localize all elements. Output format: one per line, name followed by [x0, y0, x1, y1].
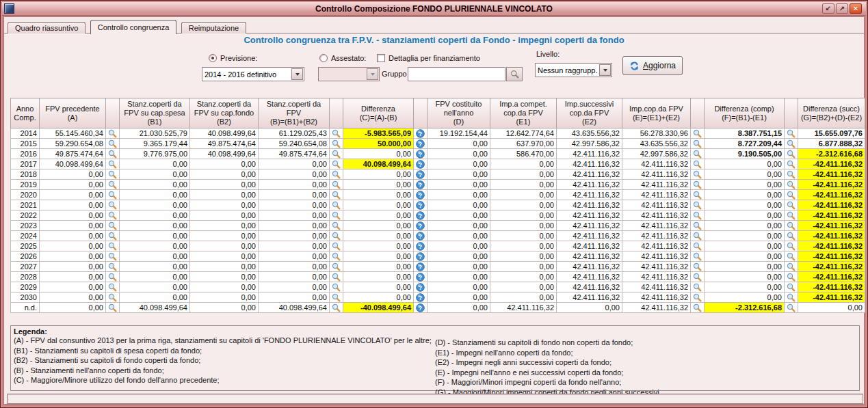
help-cell[interactable]: ?: [414, 149, 428, 159]
help-cell[interactable]: ?: [414, 169, 428, 180]
magnifier-cell[interactable]: [785, 231, 798, 241]
title-bar[interactable]: Controllo Composizione FONDO PLURIENNALE…: [2, 2, 866, 16]
magnifier-cell[interactable]: [106, 241, 120, 251]
magnifier-cell[interactable]: [106, 231, 120, 241]
assestato-select[interactable]: [318, 67, 380, 81]
help-cell[interactable]: ?: [414, 128, 428, 139]
livello-select[interactable]: Nessun raggrupp.: [535, 63, 612, 77]
help-cell[interactable]: ?: [414, 282, 428, 293]
restore-down-button[interactable]: ↙: [822, 3, 834, 14]
magnifier-cell[interactable]: [691, 221, 705, 231]
checkbox-icon[interactable]: [377, 54, 385, 62]
magnifier-cell[interactable]: [691, 149, 705, 159]
magnifier-cell[interactable]: [330, 231, 343, 241]
magnifier-cell[interactable]: [691, 293, 705, 303]
help-cell[interactable]: ?: [414, 210, 428, 221]
magnifier-cell[interactable]: [106, 251, 120, 262]
magnifier-cell[interactable]: [106, 190, 120, 200]
magnifier-cell[interactable]: [691, 262, 705, 272]
dettaglia-checkbox[interactable]: Dettaglia per finanziamento: [377, 54, 480, 62]
magnifier-cell[interactable]: [106, 282, 120, 293]
magnifier-cell[interactable]: [106, 262, 120, 272]
help-cell[interactable]: ?: [414, 272, 428, 282]
magnifier-cell[interactable]: [106, 139, 120, 149]
magnifier-cell[interactable]: [785, 169, 798, 180]
magnifier-cell[interactable]: [691, 159, 705, 169]
radio-checked-icon[interactable]: [209, 54, 217, 62]
magnifier-cell[interactable]: [785, 303, 798, 313]
magnifier-cell[interactable]: [785, 221, 798, 231]
magnifier-cell[interactable]: [330, 293, 343, 303]
magnifier-cell[interactable]: [785, 262, 798, 272]
magnifier-cell[interactable]: [785, 159, 798, 169]
magnifier-cell[interactable]: [330, 241, 343, 251]
magnifier-cell[interactable]: [785, 149, 798, 159]
previsione-radio[interactable]: Previsione:: [209, 54, 257, 62]
gruppo-input[interactable]: [408, 67, 505, 81]
magnifier-cell[interactable]: [330, 128, 343, 139]
chevron-down-icon[interactable]: [367, 68, 378, 80]
magnifier-cell[interactable]: [106, 200, 120, 210]
help-cell[interactable]: ?: [414, 241, 428, 251]
help-cell[interactable]: ?: [414, 262, 428, 272]
magnifier-cell[interactable]: [691, 200, 705, 210]
magnifier-cell[interactable]: [330, 159, 343, 169]
magnifier-cell[interactable]: [785, 241, 798, 251]
magnifier-cell[interactable]: [106, 149, 120, 159]
chevron-down-icon[interactable]: [291, 68, 303, 80]
magnifier-cell[interactable]: [106, 180, 120, 190]
magnifier-cell[interactable]: [330, 200, 343, 210]
close-button[interactable]: ✕: [850, 3, 862, 14]
magnifier-cell[interactable]: [106, 169, 120, 180]
magnifier-cell[interactable]: [691, 251, 705, 262]
magnifier-cell[interactable]: [785, 272, 798, 282]
help-cell[interactable]: ?: [414, 231, 428, 241]
magnifier-cell[interactable]: [785, 180, 798, 190]
gruppo-search-button[interactable]: [506, 67, 523, 81]
help-cell[interactable]: ?: [414, 200, 428, 210]
magnifier-cell[interactable]: [691, 128, 705, 139]
magnifier-cell[interactable]: [691, 241, 705, 251]
radio-unchecked-icon[interactable]: [319, 54, 328, 62]
help-cell[interactable]: ?: [414, 139, 428, 149]
magnifier-cell[interactable]: [785, 139, 798, 149]
magnifier-cell[interactable]: [106, 303, 120, 313]
magnifier-cell[interactable]: [106, 272, 120, 282]
previsione-select[interactable]: 2014 - 2016 definitivo: [202, 67, 304, 81]
magnifier-cell[interactable]: [691, 282, 705, 293]
magnifier-cell[interactable]: [330, 282, 343, 293]
tab-reimputazione[interactable]: Reimputazione: [181, 22, 246, 33]
magnifier-cell[interactable]: [106, 128, 120, 139]
assestato-radio[interactable]: Assestato:: [319, 54, 366, 62]
tab-quadro-riassuntivo[interactable]: Quadro riassuntivo: [8, 22, 86, 33]
help-cell[interactable]: ?: [414, 293, 428, 303]
magnifier-cell[interactable]: [691, 303, 705, 313]
magnifier-cell[interactable]: [106, 159, 120, 169]
magnifier-cell[interactable]: [330, 262, 343, 272]
maximize-button[interactable]: ↗: [836, 3, 848, 14]
magnifier-cell[interactable]: [691, 180, 705, 190]
magnifier-cell[interactable]: [785, 190, 798, 200]
aggiorna-button[interactable]: Aggiorna: [622, 56, 683, 75]
magnifier-cell[interactable]: [330, 139, 343, 149]
magnifier-cell[interactable]: [106, 293, 120, 303]
magnifier-cell[interactable]: [691, 231, 705, 241]
help-cell[interactable]: ?: [414, 159, 428, 169]
magnifier-cell[interactable]: [691, 139, 705, 149]
magnifier-cell[interactable]: [691, 272, 705, 282]
magnifier-cell[interactable]: [330, 272, 343, 282]
magnifier-cell[interactable]: [330, 180, 343, 190]
help-cell[interactable]: ?: [414, 251, 428, 262]
magnifier-cell[interactable]: [691, 210, 705, 221]
magnifier-cell[interactable]: [785, 282, 798, 293]
help-cell[interactable]: ?: [414, 190, 428, 200]
magnifier-cell[interactable]: [691, 190, 705, 200]
tab-controllo-congruenza[interactable]: Controllo congruenza: [90, 20, 177, 34]
magnifier-cell[interactable]: [785, 293, 798, 303]
magnifier-cell[interactable]: [330, 251, 343, 262]
help-cell[interactable]: ?: [414, 180, 428, 190]
help-cell[interactable]: ?: [414, 221, 428, 231]
magnifier-cell[interactable]: [785, 200, 798, 210]
magnifier-cell[interactable]: [106, 221, 120, 231]
help-cell[interactable]: ?: [414, 303, 428, 313]
